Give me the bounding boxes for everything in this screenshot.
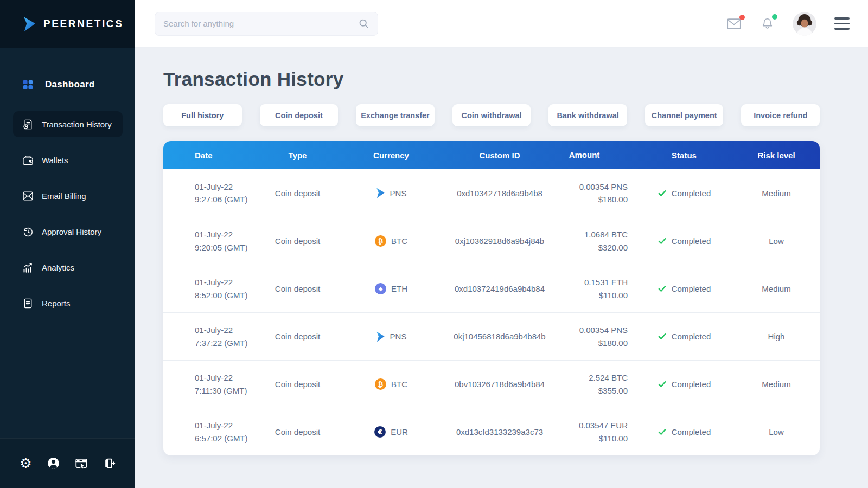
cell-date: 01-July-228:52:00 (GMT) bbox=[163, 276, 258, 301]
cell-amount: 0.00354 PNS$180.00 bbox=[554, 181, 635, 206]
topbar bbox=[135, 0, 868, 48]
cell-date: 01-July-227:11:30 (GMT) bbox=[163, 371, 258, 397]
sidebar-item-approval-history[interactable]: Approval History bbox=[13, 219, 123, 245]
cell-custom-id: 0xd10342718d6a9b4b8 bbox=[445, 189, 554, 198]
cell-status: Completed bbox=[635, 332, 733, 341]
table-row[interactable]: 01-July-229:27:06 (GMT) Coin deposit PNS… bbox=[163, 169, 820, 217]
messages-icon[interactable] bbox=[726, 17, 742, 31]
envelope-icon bbox=[22, 190, 34, 202]
messages-badge bbox=[739, 15, 745, 20]
sidebar-item-label: Analytics bbox=[42, 263, 74, 272]
search-icon[interactable] bbox=[358, 18, 369, 29]
check-icon bbox=[658, 236, 667, 246]
cell-custom-id: 0xj10362918d6a9b4j84b bbox=[445, 236, 554, 246]
sidebar-footer: ⚙ bbox=[0, 438, 135, 488]
cell-amount: 0.00354 PNS$180.00 bbox=[554, 324, 635, 349]
check-icon bbox=[658, 284, 667, 293]
cell-date: 01-July-226:57:02 (GMT) bbox=[163, 419, 258, 445]
filter-button-coin-withdrawal[interactable]: Coin withdrawal bbox=[452, 104, 531, 126]
sidebar-item-wallets[interactable]: Wallets bbox=[13, 147, 123, 173]
pns-coin-icon bbox=[376, 188, 385, 198]
cell-type: Coin deposit bbox=[258, 380, 337, 389]
cell-type: Coin deposit bbox=[258, 236, 337, 246]
settings-icon[interactable]: ⚙ bbox=[18, 456, 33, 471]
cell-amount: 0.03547 EUR$110.00 bbox=[554, 419, 635, 445]
cell-date: 01-July-229:20:05 (GMT) bbox=[163, 228, 258, 254]
table-row[interactable]: 01-July-226:57:02 (GMT) Coin deposit € E… bbox=[163, 408, 820, 455]
cell-custom-id: 0xd13cfd3133239a3c73 bbox=[445, 427, 554, 436]
cell-amount: 2.524 BTC$355.00 bbox=[554, 371, 635, 397]
sidebar-item-analytics[interactable]: Analytics bbox=[13, 254, 123, 280]
user-avatar[interactable] bbox=[793, 12, 816, 36]
cell-type: Coin deposit bbox=[258, 332, 337, 341]
brand-arrow-icon bbox=[23, 16, 36, 32]
sidebar-item-label: Reports bbox=[42, 299, 71, 308]
transactions-table: DateTypeCurrencyCustom IDAmountStatusRis… bbox=[163, 141, 820, 455]
column-header-risk-level: Risk level bbox=[733, 151, 820, 160]
sidebar-item-transaction-history[interactable]: Transaction History bbox=[13, 111, 123, 137]
sidebar-item-label: Wallets bbox=[42, 156, 68, 165]
table-row[interactable]: 01-July-228:52:00 (GMT) Coin deposit ◆ E… bbox=[163, 265, 820, 312]
cell-type: Coin deposit bbox=[258, 284, 337, 293]
check-icon bbox=[658, 427, 667, 436]
cell-risk-level: High bbox=[733, 332, 820, 341]
filter-button-exchange-transfer[interactable]: Exchange transfer bbox=[356, 104, 435, 126]
sidebar-item-email-billing[interactable]: Email Billing bbox=[13, 183, 123, 209]
cell-status: Completed bbox=[635, 284, 733, 293]
profile-icon[interactable] bbox=[46, 456, 61, 471]
cell-status: Completed bbox=[635, 189, 733, 198]
cell-amount: 1.0684 BTC$320.00 bbox=[554, 228, 635, 254]
cell-currency: ₿ BTC bbox=[337, 235, 445, 247]
brand-logo[interactable]: PEERNETICS bbox=[0, 0, 135, 48]
currency-code: BTC bbox=[391, 380, 407, 389]
logout-icon[interactable] bbox=[102, 456, 117, 471]
cell-currency: PNS bbox=[337, 188, 445, 198]
table-row[interactable]: 01-July-227:11:30 (GMT) Coin deposit ₿ B… bbox=[163, 360, 820, 408]
column-header-currency: Currency bbox=[337, 151, 445, 160]
table-header-row: DateTypeCurrencyCustom IDAmountStatusRis… bbox=[163, 141, 820, 169]
currency-code: PNS bbox=[390, 332, 407, 341]
filter-button-bank-withdrawal[interactable]: Bank withdrawal bbox=[548, 104, 627, 126]
sidebar-section-label: Dashboard bbox=[45, 79, 95, 90]
cell-risk-level: Medium bbox=[733, 380, 820, 389]
cell-date: 01-July-227:37:22 (GMT) bbox=[163, 324, 258, 349]
dashboard-grid-icon bbox=[22, 78, 34, 91]
filter-button-coin-deposit[interactable]: Coin deposit bbox=[260, 104, 339, 126]
filter-button-invoice-refund[interactable]: Invoice refund bbox=[741, 104, 820, 126]
cell-currency: € EUR bbox=[337, 426, 445, 438]
table-row[interactable]: 01-July-227:37:22 (GMT) Coin deposit PNS… bbox=[163, 312, 820, 360]
currency-code: PNS bbox=[390, 189, 407, 198]
browser-cursor-icon[interactable] bbox=[74, 456, 89, 471]
check-icon bbox=[658, 332, 667, 341]
cell-status: Completed bbox=[635, 427, 733, 436]
notifications-icon[interactable] bbox=[760, 16, 775, 31]
sidebar-item-label: Approval History bbox=[42, 227, 101, 236]
btc-coin-icon: ₿ bbox=[375, 378, 386, 390]
table-row[interactable]: 01-July-229:20:05 (GMT) Coin deposit ₿ B… bbox=[163, 217, 820, 265]
filter-button-full-history[interactable]: Full history bbox=[163, 104, 242, 126]
menu-icon[interactable] bbox=[834, 17, 850, 30]
sidebar-item-reports[interactable]: Reports bbox=[13, 290, 123, 316]
filter-button-channel-payment[interactable]: Channel payment bbox=[645, 104, 724, 126]
column-header-type: Type bbox=[258, 151, 337, 160]
clock-rotate-icon bbox=[22, 226, 34, 238]
check-icon bbox=[658, 189, 667, 198]
cell-currency: ◆ ETH bbox=[337, 283, 445, 294]
column-header-status: Status bbox=[635, 151, 733, 160]
cell-risk-level: Low bbox=[733, 427, 820, 436]
notifications-badge bbox=[772, 14, 777, 20]
cell-type: Coin deposit bbox=[258, 427, 337, 436]
page-title: Transaction History bbox=[163, 68, 868, 90]
currency-code: ETH bbox=[391, 284, 407, 293]
sidebar-nav: Dashboard Transaction History bbox=[0, 48, 135, 438]
filter-buttons: Full historyCoin depositExchange transfe… bbox=[163, 104, 820, 126]
pns-coin-icon bbox=[376, 331, 385, 342]
search-input[interactable] bbox=[163, 19, 358, 28]
sidebar-item-dashboard[interactable]: Dashboard bbox=[0, 78, 135, 91]
cell-amount: 0.1531 ETH$110.00 bbox=[554, 276, 635, 301]
document-lines-icon bbox=[22, 297, 34, 310]
brand-name: PEERNETICS bbox=[43, 18, 123, 30]
btc-coin-icon: ₿ bbox=[375, 235, 386, 247]
column-header-amount: Amount bbox=[554, 149, 635, 161]
search-bar bbox=[155, 12, 378, 36]
